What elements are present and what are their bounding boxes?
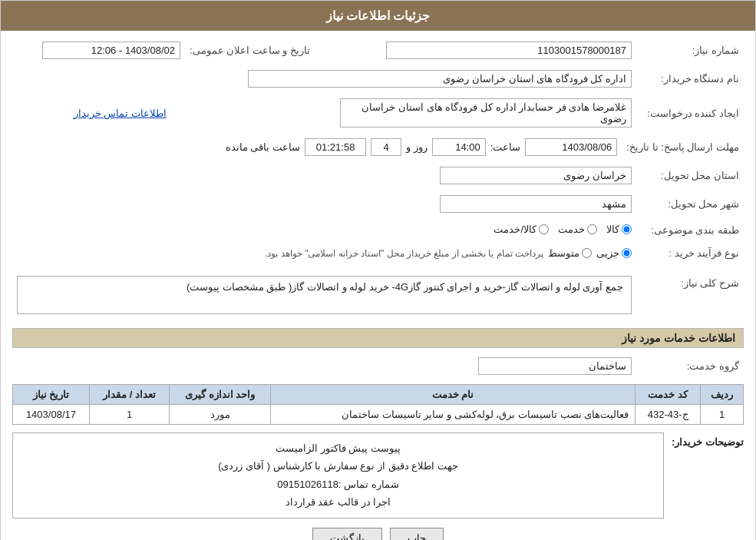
purchase-jozi[interactable]: جزیی [596,247,632,259]
col-date: تاریخ نیاز [13,385,90,405]
need-number-label: شماره نیاز: [636,38,744,62]
cell-qty: 1 [89,405,169,425]
deadline-label: مهلت ارسال پاسخ: تا تاریخ: [622,135,744,159]
category-options: کالا خدمت کالا/خدمت [494,224,632,235]
purchase-note: پرداخت تمام یا بخشی از مبلغ خریداز محل "… [265,248,543,259]
creator-label: ایجاد کننده درخواست: [636,95,744,131]
creator-link[interactable]: اطلاعات تماس خریدار [74,108,167,119]
deadline-time: 14:00 [432,138,486,156]
cell-row: 1 [701,405,744,425]
category-khedmat[interactable]: خدمت [558,224,597,235]
category-kala-khedmat[interactable]: کالا/خدمت [494,224,549,235]
city-value: مشهد [440,195,632,213]
cell-name: فعالیت‌های نصب تاسیسات برق، لوله‌کشی و س… [270,405,635,425]
deadline-time-label: ساعت: [490,141,521,153]
print-button[interactable]: چاپ [390,528,444,540]
buyer-org-value: اداره کل فرودگاه های استان خراسان رضوی [248,70,632,88]
category-label: طبقه بندی موضوعی: [636,220,744,240]
buttons-row: چاپ بازگشت [12,528,744,540]
buyer-org-label: نام دستگاه خریدار: [636,67,744,91]
purchase-type-label: نوع فرآیند خرید : [636,244,744,262]
deadline-days-label: روز و [406,141,428,153]
province-label: استان محل تحویل: [636,164,744,187]
category-kala[interactable]: کالا [606,224,632,235]
cell-code: ج-43-432 [636,405,701,425]
remaining-label: ساعت باقی مانده [226,141,300,153]
city-label: شهر محل تحویل: [636,192,744,216]
creator-value: غلامرضا هادی فر حسابدار اداره کل فرودگاه… [340,98,632,128]
announce-datetime-value: 1403/08/02 - 12:06 [42,41,180,59]
col-qty: تعداد / مقدار [89,385,169,405]
need-desc-label: شرح کلی نیاز: [636,273,744,317]
services-section-title: اطلاعات خدمات مورد نیاز [12,328,744,348]
need-desc-value: جمع آوری لوله و اتصالات گاز-خرید و اجرای… [17,276,632,314]
table-row: 1 ج-43-432 فعالیت‌های نصب تاسیسات برق، ل… [13,405,744,425]
service-group-value: ساختمان [478,357,632,375]
col-unit: واحد اندازه گیری [170,385,271,405]
services-table: ردیف کد خدمت نام خدمت واحد اندازه گیری ت… [12,384,744,425]
back-button[interactable]: بازگشت [312,528,382,540]
buyer-notes-value: پیوست پیش فاکتور الزامیست جهت اطلاع دقیق… [12,432,664,518]
province-value: خراسان رضوی [440,167,632,184]
col-row: ردیف [701,385,744,405]
col-name: نام خدمت [270,385,635,405]
page-title: جزئیات اطلاعات نیاز [1,1,755,31]
announce-datetime-label: تاریخ و ساعت اعلان عمومی: [185,38,315,62]
deadline-days: 4 [371,138,401,156]
service-group-label: گروه خدمت: [636,354,744,378]
buyer-notes-label: توضیحات خریدار: [672,432,744,448]
remaining-time: 01:21:58 [305,138,366,156]
cell-unit: مورد [170,405,271,425]
col-code: کد خدمت [636,385,701,405]
need-number-value: 1103001578000187 [386,41,632,59]
purchase-motawaset[interactable]: متوسط [548,247,592,259]
cell-date: 1403/08/17 [13,405,90,425]
deadline-date: 1403/08/06 [525,138,617,156]
